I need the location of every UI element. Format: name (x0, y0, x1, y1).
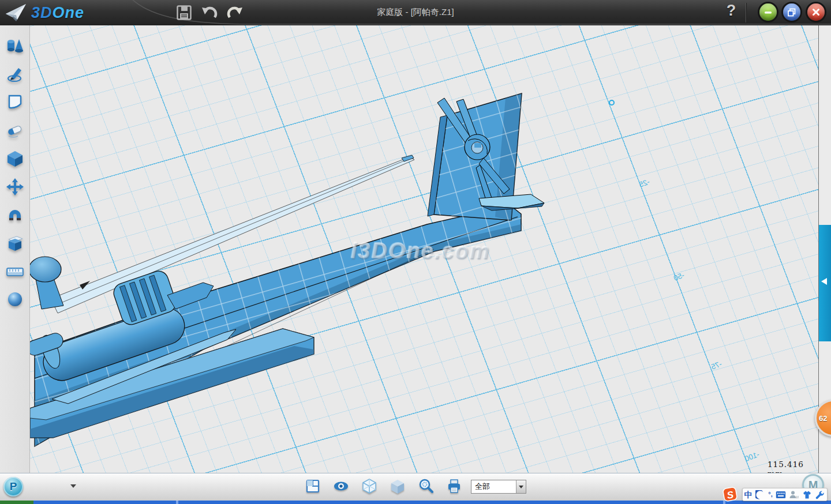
ime-toolbar: 中 °, 19 (742, 488, 828, 501)
close-button[interactable] (807, 3, 825, 21)
restore-button[interactable] (783, 3, 800, 21)
sketch-draw-icon[interactable] (5, 64, 25, 84)
combine-box-icon[interactable] (5, 234, 25, 253)
wireframe-cube-icon[interactable] (361, 477, 377, 494)
visibility-eye-icon[interactable] (332, 477, 349, 494)
ime-logo-icon[interactable]: S (721, 486, 739, 502)
statusbar-dropdown-caret[interactable] (70, 484, 76, 488)
print-icon[interactable] (446, 477, 462, 494)
minimize-button[interactable] (759, 3, 777, 21)
display-filter-value: 全部 (471, 482, 516, 492)
taskbar-divider-1 (176, 501, 178, 504)
chevron-down-icon (519, 486, 523, 488)
help-button[interactable]: ? (723, 2, 740, 22)
viewport-icon[interactable] (304, 477, 321, 494)
primitive-solids-icon[interactable] (5, 36, 25, 55)
dropdown-arrow-button[interactable] (516, 480, 526, 493)
zoom-search-icon[interactable] (417, 477, 434, 494)
chevron-left-icon (821, 278, 827, 285)
skin-user-icon[interactable]: 19 (789, 490, 799, 500)
wardrobe-shirt-icon[interactable] (802, 490, 813, 500)
display-filter-dropdown[interactable]: 全部 (471, 480, 526, 494)
render-sphere-icon[interactable] (5, 290, 25, 310)
viewport-canvas[interactable]: i3DOne.com -25 -50 -75 -100 115.416 mm (30, 25, 818, 473)
svg-text:19: 19 (796, 495, 799, 499)
wrench-settings-icon[interactable] (815, 490, 825, 500)
view-toolbar (304, 477, 462, 494)
feature-shape-icon[interactable] (5, 149, 25, 168)
shaded-cube-icon[interactable] (389, 477, 406, 494)
profile-badge[interactable]: P (3, 477, 23, 497)
magnet-constraint-icon[interactable] (5, 205, 25, 225)
taskbar-segment-green (0, 501, 33, 504)
watermark: i3DOne.com (351, 239, 491, 264)
punctuation-toggle[interactable]: °, (768, 491, 772, 498)
eraser-trim-icon[interactable] (5, 121, 25, 140)
ime-language-toggle[interactable]: 中 (744, 491, 752, 499)
taskbar-edge-strip (0, 501, 831, 504)
rotor-mast-knob (30, 257, 63, 309)
move-transform-icon[interactable] (5, 177, 25, 197)
window-title: 家庭版 - [阿帕奇.Z1] (0, 7, 831, 18)
moon-icon[interactable] (755, 490, 765, 500)
keyboard-icon[interactable] (776, 490, 786, 500)
right-panel-collapse-tab[interactable] (819, 225, 831, 341)
measure-ruler-icon[interactable] (5, 262, 25, 281)
left-toolbar (0, 25, 30, 473)
titlebar-separator (746, 3, 746, 22)
origin-marker (609, 100, 615, 106)
dimension-readout: 115.416 mm (768, 460, 818, 473)
sketch-surface-icon[interactable] (5, 92, 25, 112)
title-bar: 3DOne 家庭版 (0, 0, 831, 25)
